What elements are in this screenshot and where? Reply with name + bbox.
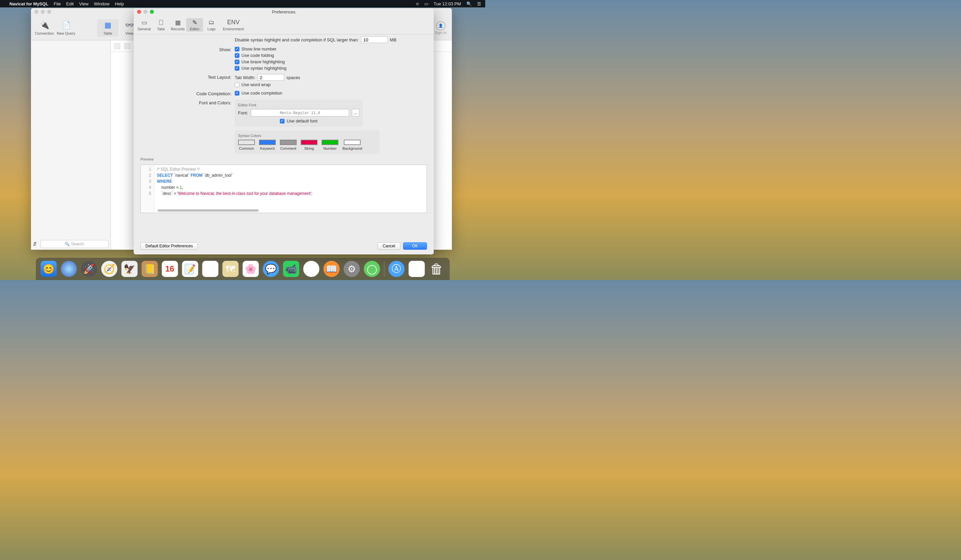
tabs-icon: ⎕: [157, 19, 166, 26]
code-completion-label: Code Completion:: [140, 90, 235, 96]
dock-finder-icon[interactable]: 😊: [40, 261, 56, 277]
filter-icon[interactable]: ⇵: [33, 241, 39, 247]
syntax-highlight-checkbox[interactable]: [235, 66, 239, 71]
dock-photos-icon[interactable]: 🌸: [243, 261, 259, 277]
new-query-label: New Query: [56, 31, 75, 35]
sidebar: ⇵ 🔍 Search: [31, 40, 111, 250]
dock-navicat-icon[interactable]: ◯: [364, 261, 380, 277]
sign-in-button[interactable]: 👤 Sign In: [435, 21, 447, 35]
list-icon[interactable]: [124, 43, 130, 49]
connection-button[interactable]: 🔌 Connection: [34, 21, 55, 35]
dock-safari-icon[interactable]: 🧭: [101, 261, 117, 277]
env-icon: ENV: [229, 19, 238, 26]
tab-label: Editor: [190, 27, 200, 31]
swatch-label: Keyword: [260, 146, 275, 151]
dock-ibooks-icon[interactable]: 📖: [323, 261, 339, 277]
menu-file[interactable]: File: [54, 2, 61, 6]
status-icon[interactable]: ⎋: [416, 2, 419, 6]
spotlight-icon[interactable]: 🔍: [466, 2, 472, 6]
minimize-icon[interactable]: [143, 10, 148, 14]
clock[interactable]: Tue 12:03 PM: [434, 2, 461, 6]
dock-notes-icon[interactable]: 📝: [182, 261, 198, 277]
dock-contacts-icon[interactable]: 📒: [141, 261, 157, 277]
ok-button[interactable]: OK: [403, 242, 427, 250]
tab-general[interactable]: ▭General: [136, 18, 153, 32]
view-icon: 👓: [124, 21, 135, 30]
minimize-icon[interactable]: [41, 10, 45, 14]
string-color-swatch[interactable]: [301, 140, 318, 145]
checkbox-label: Use code completion: [241, 90, 282, 96]
sign-in-label: Sign In: [435, 30, 447, 35]
menu-help[interactable]: Help: [115, 2, 124, 6]
sql-size-input[interactable]: [361, 36, 388, 43]
search-placeholder: Search: [71, 242, 84, 246]
tab-tabs[interactable]: ⎕Tabs: [153, 18, 169, 32]
word-wrap-checkbox[interactable]: [235, 82, 239, 87]
syntax-colors-group: Syntax Colors Common Keyword Comment Str…: [235, 130, 379, 154]
close-icon[interactable]: [137, 10, 141, 14]
code-completion-checkbox[interactable]: [235, 91, 239, 96]
keyword-color-swatch[interactable]: [259, 140, 276, 145]
dock-messages-icon[interactable]: 💬: [263, 261, 279, 277]
tab-width-input[interactable]: [257, 74, 284, 81]
new-query-button[interactable]: 📄 New Query: [55, 21, 77, 35]
checkbox-label: Use syntax highlighting: [241, 66, 286, 71]
brace-highlight-checkbox[interactable]: [235, 59, 239, 64]
dock-document-icon[interactable]: [408, 261, 424, 277]
swatch-label: Common: [239, 146, 254, 151]
dock-trash-icon[interactable]: 🗑: [429, 261, 445, 277]
zoom-icon[interactable]: [47, 10, 51, 14]
tab-width-label: Tab Width:: [235, 75, 255, 80]
disable-label: Disable syntax highlight and code comple…: [235, 37, 359, 42]
preview-label: Preview: [140, 157, 427, 161]
connection-label: Connection: [35, 31, 54, 35]
code-preview: 12345 /* SQL Editor Preview */ SELECT `n…: [140, 165, 427, 213]
checkbox-label: Show line number: [241, 47, 276, 51]
font-label: Font:: [238, 111, 248, 116]
menu-view[interactable]: View: [79, 2, 88, 6]
app-name[interactable]: Navicat for MySQL: [10, 2, 48, 6]
dock-maps-icon[interactable]: 🗺: [222, 261, 238, 277]
show-line-number-checkbox[interactable]: [235, 47, 239, 51]
dock-appstore-icon[interactable]: Ⓐ: [388, 261, 404, 277]
menu-window[interactable]: Window: [94, 2, 109, 6]
default-font-checkbox[interactable]: [280, 119, 284, 124]
dock-itunes-icon[interactable]: ♫: [303, 261, 319, 277]
tab-environment[interactable]: ENVEnvironment: [220, 18, 247, 32]
zoom-icon[interactable]: [150, 10, 154, 14]
dock-calendar-icon[interactable]: 16: [162, 261, 178, 277]
code-folding-checkbox[interactable]: [235, 53, 239, 58]
checkbox-label: Use code folding: [241, 53, 274, 58]
common-color-swatch[interactable]: [238, 140, 255, 145]
display-icon[interactable]: ▭: [424, 2, 428, 6]
code-body: /* SQL Editor Preview */ SELECT `navicat…: [154, 165, 315, 213]
comment-color-swatch[interactable]: [280, 140, 297, 145]
editor-icon: ✎: [190, 19, 199, 26]
dock-mail-icon[interactable]: 🦅: [121, 261, 137, 277]
number-color-swatch[interactable]: [321, 140, 338, 145]
tab-logs[interactable]: 🗂Logs: [203, 18, 220, 32]
dock-facetime-icon[interactable]: 📹: [283, 261, 299, 277]
checkbox-label: Use default font: [286, 119, 317, 124]
menu-edit[interactable]: Edit: [66, 2, 74, 6]
close-icon[interactable]: [34, 10, 39, 14]
dock-sysprefs-icon[interactable]: ⚙: [344, 261, 360, 277]
search-input[interactable]: 🔍 Search: [40, 240, 108, 248]
font-picker-button[interactable]: ...: [352, 109, 359, 116]
query-icon: 📄: [61, 21, 71, 30]
list-icon[interactable]: ☰: [477, 2, 481, 6]
dock-launchpad-icon[interactable]: 🚀: [81, 261, 97, 277]
default-prefs-button[interactable]: Default Editor Preferences: [140, 242, 198, 250]
table-button[interactable]: ▦ Table: [97, 19, 119, 37]
line-numbers: 12345: [141, 165, 154, 213]
cancel-button[interactable]: Cancel: [378, 242, 400, 250]
dock-reminders-icon[interactable]: ☑: [202, 261, 218, 277]
horizontal-scrollbar[interactable]: [157, 209, 259, 212]
dock-siri-icon[interactable]: [61, 261, 77, 277]
background-color-swatch[interactable]: [344, 140, 361, 145]
pref-titlebar: Preferences: [134, 8, 434, 16]
tab-records[interactable]: ▦Records: [169, 18, 186, 32]
gear-icon: ▭: [140, 19, 148, 26]
grid-icon[interactable]: [114, 43, 120, 49]
tab-editor[interactable]: ✎Editor: [186, 18, 203, 32]
